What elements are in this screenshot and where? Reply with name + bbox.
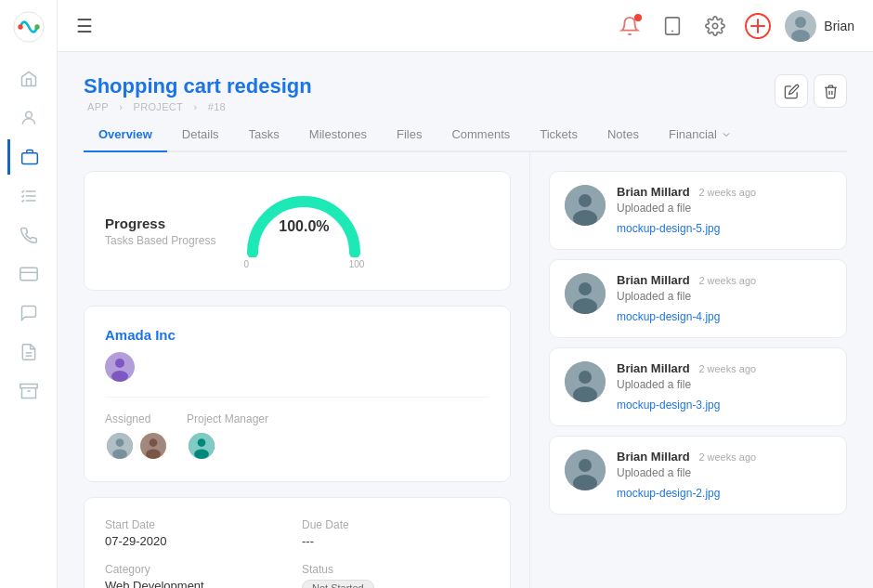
start-date-value: 07-29-2020: [105, 534, 293, 548]
svg-point-36: [579, 194, 592, 207]
notifications-button[interactable]: [614, 10, 645, 42]
progress-subtitle: Tasks Based Progress: [105, 234, 215, 247]
page-actions: [775, 74, 847, 108]
page-title: Shopping cart redesign: [84, 74, 312, 98]
svg-point-39: [579, 282, 592, 295]
svg-rect-12: [20, 385, 36, 388]
activity-action-4: Uploaded a file: [617, 466, 756, 479]
activity-file-4[interactable]: mockup-design-2.jpg: [617, 487, 720, 500]
tablet-view-button[interactable]: [657, 10, 688, 42]
main-area: ☰ Bri: [58, 0, 873, 588]
tabs: Overview Details Tasks Milestones Files …: [84, 118, 847, 152]
user-avatar: [785, 10, 816, 42]
sidebar-item-tasks[interactable]: [9, 178, 48, 214]
progress-card: Progress Tasks Based Progress 100.0%: [84, 171, 511, 291]
svg-point-30: [150, 438, 158, 447]
activity-body-1: Brian Millard 2 weeks ago Uploaded a fil…: [617, 185, 756, 236]
edit-button[interactable]: [775, 74, 808, 108]
sidebar-item-documents[interactable]: [9, 334, 48, 370]
settings-button[interactable]: [699, 10, 731, 42]
svg-point-27: [116, 438, 124, 447]
due-date-item: Due Date ---: [302, 518, 489, 548]
category-item: Category Web Development: [105, 563, 293, 588]
delete-button[interactable]: [814, 74, 847, 108]
gauge-labels: 0 100: [243, 259, 364, 269]
svg-point-33: [198, 438, 206, 447]
tab-tickets[interactable]: Tickets: [525, 118, 593, 152]
manager-avatars: [187, 431, 268, 461]
user-menu[interactable]: Brian: [785, 10, 854, 42]
svg-point-34: [194, 450, 209, 460]
tab-files[interactable]: Files: [382, 118, 436, 152]
activity-file-3[interactable]: mockup-design-3.jpg: [617, 399, 720, 412]
chevron-down-icon: [721, 129, 732, 140]
activity-item-4: Brian Millard 2 weeks ago Uploaded a fil…: [549, 436, 847, 515]
menu-button[interactable]: ☰: [76, 15, 93, 37]
meta-grid: Start Date 07-29-2020 Due Date --- Categ…: [105, 518, 489, 588]
start-date-label: Start Date: [105, 518, 293, 531]
svg-point-28: [112, 450, 127, 460]
tab-overview[interactable]: Overview: [84, 118, 167, 152]
user-name: Brian: [824, 19, 854, 33]
manager-group: Project Manager: [187, 412, 268, 461]
status-badge: Not Started: [302, 580, 374, 588]
svg-point-1: [18, 24, 22, 29]
activity-file-1[interactable]: mockup-design-5.jpg: [617, 222, 720, 235]
sidebar-item-archive[interactable]: [9, 373, 48, 409]
sidebar-item-messages[interactable]: [9, 295, 48, 331]
app-logo: [11, 9, 46, 45]
status-label: Status: [302, 563, 489, 576]
tab-details[interactable]: Details: [167, 118, 234, 152]
progress-value: 100.0%: [279, 218, 329, 235]
due-date-label: Due Date: [302, 518, 489, 531]
activity-header-2: Brian Millard 2 weeks ago: [617, 273, 756, 287]
activity-item-1: Brian Millard 2 weeks ago Uploaded a fil…: [549, 171, 847, 250]
manager-label: Project Manager: [187, 412, 268, 425]
progress-title: Progress: [105, 216, 215, 231]
activity-body-3: Brian Millard 2 weeks ago Uploaded a fil…: [617, 361, 756, 412]
activity-feed: Brian Millard 2 weeks ago Uploaded a fil…: [529, 152, 847, 588]
svg-point-45: [579, 459, 592, 472]
notification-badge: [634, 14, 642, 21]
activity-action-2: Uploaded a file: [617, 290, 756, 303]
meta-card: Start Date 07-29-2020 Due Date --- Categ…: [84, 497, 511, 588]
assigned-group: Assigned: [105, 412, 168, 461]
svg-point-2: [34, 24, 39, 29]
svg-point-25: [111, 371, 128, 382]
due-date-value: ---: [302, 534, 489, 548]
svg-point-21: [795, 17, 806, 28]
svg-point-31: [146, 450, 161, 460]
tab-tasks[interactable]: Tasks: [234, 118, 294, 152]
svg-point-42: [579, 371, 592, 384]
tab-comments[interactable]: Comments: [436, 118, 525, 152]
company-card: Amada Inc Assigned: [84, 306, 511, 482]
activity-item-2: Brian Millard 2 weeks ago Uploaded a fil…: [549, 259, 847, 338]
activity-file-2[interactable]: mockup-design-4.jpg: [617, 310, 720, 323]
add-button[interactable]: [742, 10, 774, 42]
status-item: Status Not Started: [302, 563, 489, 588]
company-name[interactable]: Amada Inc: [105, 327, 489, 343]
sidebar-item-contacts[interactable]: [9, 100, 48, 136]
sidebar: [0, 0, 58, 588]
sidebar-item-projects[interactable]: [7, 139, 49, 175]
sidebar-item-calls[interactable]: [9, 217, 48, 253]
sidebar-item-home[interactable]: [9, 61, 48, 97]
activity-avatar-4: [565, 450, 606, 490]
svg-point-24: [115, 359, 124, 368]
tab-financial[interactable]: Financial: [654, 118, 747, 152]
activity-body-4: Brian Millard 2 weeks ago Uploaded a fil…: [617, 450, 756, 501]
tab-milestones[interactable]: Milestones: [294, 118, 382, 152]
activity-avatar-2: [565, 273, 606, 314]
activity-avatar-1: [565, 185, 606, 226]
start-date-item: Start Date 07-29-2020: [105, 518, 293, 548]
manager-avatar: [187, 431, 216, 461]
content-area: Shopping cart redesign APP › PROJECT › #…: [58, 52, 873, 588]
sidebar-item-billing[interactable]: [9, 256, 48, 292]
overview-panel: Progress Tasks Based Progress 100.0%: [84, 152, 847, 588]
svg-rect-4: [22, 153, 38, 164]
category-label: Category: [105, 563, 293, 576]
page-header: Shopping cart redesign APP › PROJECT › #…: [84, 74, 847, 112]
svg-point-16: [713, 23, 719, 29]
activity-body-2: Brian Millard 2 weeks ago Uploaded a fil…: [617, 273, 756, 324]
tab-notes[interactable]: Notes: [593, 118, 654, 152]
